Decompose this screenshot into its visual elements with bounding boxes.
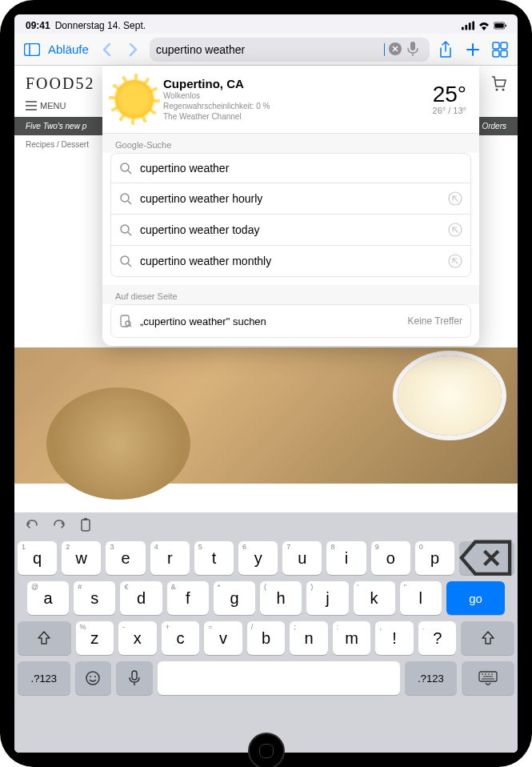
key-x[interactable]: -x bbox=[118, 621, 157, 655]
find-on-page-row[interactable]: „cupertino weather" suchen Keine Treffer bbox=[111, 305, 470, 337]
weather-source: The Weather Channel bbox=[163, 111, 433, 122]
key-e[interactable]: 3e bbox=[106, 541, 145, 575]
hide-keyboard-key[interactable] bbox=[462, 661, 514, 695]
svg-rect-0 bbox=[462, 27, 464, 30]
clear-icon[interactable] bbox=[388, 42, 404, 58]
key-b[interactable]: /b bbox=[247, 621, 286, 655]
numbers-key-left[interactable]: .?123 bbox=[18, 661, 70, 695]
fill-arrow-icon[interactable] bbox=[448, 254, 462, 268]
address-bar[interactable]: cupertino weather bbox=[150, 38, 430, 62]
fill-arrow-icon[interactable] bbox=[448, 191, 462, 206]
hero-image bbox=[14, 347, 518, 484]
battery-icon bbox=[494, 21, 506, 30]
svg-point-38 bbox=[90, 676, 91, 677]
cart-icon[interactable] bbox=[490, 75, 506, 91]
space-key[interactable] bbox=[158, 661, 400, 695]
key-d[interactable]: €d bbox=[120, 581, 162, 615]
weather-temp: 25° bbox=[433, 83, 466, 106]
search-icon bbox=[119, 192, 132, 205]
emoji-key[interactable] bbox=[75, 661, 111, 695]
svg-rect-35 bbox=[82, 520, 90, 531]
key-a[interactable]: @a bbox=[27, 581, 69, 615]
key-u[interactable]: 7u bbox=[282, 541, 322, 575]
svg-rect-3 bbox=[472, 22, 474, 30]
key-o[interactable]: 9o bbox=[371, 541, 410, 575]
microphone-icon[interactable] bbox=[407, 42, 423, 58]
key-i[interactable]: 8i bbox=[326, 541, 366, 575]
share-button[interactable] bbox=[434, 38, 457, 61]
redo-icon[interactable] bbox=[51, 517, 67, 533]
go-key[interactable]: go bbox=[446, 581, 505, 615]
svg-rect-5 bbox=[494, 23, 503, 27]
svg-line-27 bbox=[128, 232, 131, 235]
search-suggestions-panel: Cupertino, CA Wolkenlos Regenwahrscheinl… bbox=[102, 66, 479, 346]
tabs-button[interactable] bbox=[489, 38, 511, 61]
key-k[interactable]: 'k bbox=[354, 581, 395, 615]
shift-key-left[interactable] bbox=[18, 621, 71, 655]
forward-button[interactable] bbox=[122, 38, 145, 61]
key-y[interactable]: 6y bbox=[238, 541, 278, 575]
site-logo[interactable]: FOOD52 bbox=[26, 74, 94, 93]
key-n[interactable]: ;n bbox=[290, 621, 328, 655]
weather-card[interactable]: Cupertino, CA Wolkenlos Regenwahrscheinl… bbox=[102, 66, 479, 134]
key-h[interactable]: (h bbox=[260, 581, 302, 615]
key-f[interactable]: &f bbox=[167, 581, 209, 615]
weather-rain: Regenwahrscheinlichkeit: 0 % bbox=[163, 101, 433, 111]
wifi-icon bbox=[478, 21, 490, 30]
key-m[interactable]: :m bbox=[333, 621, 371, 655]
key-j[interactable]: )j bbox=[306, 581, 348, 615]
key-w[interactable]: 2w bbox=[62, 541, 101, 575]
key-q[interactable]: 1q bbox=[18, 541, 57, 575]
svg-rect-12 bbox=[501, 42, 507, 49]
key-p[interactable]: 0p bbox=[415, 541, 454, 575]
find-icon bbox=[119, 315, 132, 327]
svg-rect-2 bbox=[469, 22, 471, 30]
key-c[interactable]: +c bbox=[162, 621, 200, 655]
shift-key-right[interactable] bbox=[461, 621, 514, 655]
svg-point-16 bbox=[502, 89, 505, 91]
suggestion-text: cupertino weather monthly bbox=[140, 255, 440, 267]
find-on-page-result: Keine Treffer bbox=[408, 315, 462, 327]
key-t[interactable]: 5t bbox=[194, 541, 234, 575]
weather-hilo: 26° / 13° bbox=[433, 106, 466, 115]
suggestion-row[interactable]: cupertino weather today bbox=[111, 215, 470, 246]
on-screen-keyboard: 1q2w3e4r5t6y7u8i9o0p @a#s€d&f*g(h)j'k"lg… bbox=[14, 512, 518, 753]
numbers-key-right[interactable]: .?123 bbox=[405, 661, 458, 695]
svg-rect-7 bbox=[25, 43, 40, 55]
key-s[interactable]: #s bbox=[74, 581, 115, 615]
key-![interactable]: ,! bbox=[375, 621, 414, 655]
svg-rect-13 bbox=[493, 50, 499, 57]
search-input[interactable]: cupertino weather bbox=[156, 43, 384, 56]
sidebar-label[interactable]: Abläufe bbox=[48, 42, 89, 56]
suggestion-row[interactable]: cupertino weather hourly bbox=[111, 183, 470, 215]
svg-point-29 bbox=[121, 256, 129, 264]
back-button[interactable] bbox=[95, 38, 118, 61]
status-time: 09:41 bbox=[26, 20, 50, 31]
svg-rect-1 bbox=[465, 25, 467, 30]
undo-icon[interactable] bbox=[24, 517, 40, 533]
key-g[interactable]: *g bbox=[214, 581, 255, 615]
search-icon bbox=[119, 255, 132, 267]
weather-location: Cupertino, CA bbox=[163, 77, 433, 90]
suggestion-row[interactable]: cupertino weather monthly bbox=[111, 246, 470, 276]
key-z[interactable]: %z bbox=[76, 621, 114, 655]
key-r[interactable]: 4r bbox=[150, 541, 190, 575]
fill-arrow-icon[interactable] bbox=[448, 223, 462, 237]
new-tab-button[interactable] bbox=[462, 38, 484, 61]
home-button[interactable] bbox=[248, 733, 285, 767]
svg-rect-11 bbox=[493, 42, 499, 49]
suggestion-text: cupertino weather bbox=[140, 162, 462, 175]
svg-line-22 bbox=[128, 171, 131, 174]
backspace-key[interactable] bbox=[459, 541, 514, 575]
svg-line-34 bbox=[130, 325, 131, 327]
sun-icon bbox=[115, 80, 154, 118]
svg-point-39 bbox=[94, 676, 96, 677]
svg-point-26 bbox=[121, 225, 129, 233]
paste-icon[interactable] bbox=[78, 517, 94, 533]
key-v[interactable]: =v bbox=[204, 621, 242, 655]
key-l[interactable]: "l bbox=[400, 581, 442, 615]
dictation-key[interactable] bbox=[116, 661, 152, 695]
key-?[interactable]: .? bbox=[418, 621, 457, 655]
sidebar-toggle-icon[interactable] bbox=[21, 38, 43, 61]
suggestion-row[interactable]: cupertino weather bbox=[111, 154, 470, 183]
